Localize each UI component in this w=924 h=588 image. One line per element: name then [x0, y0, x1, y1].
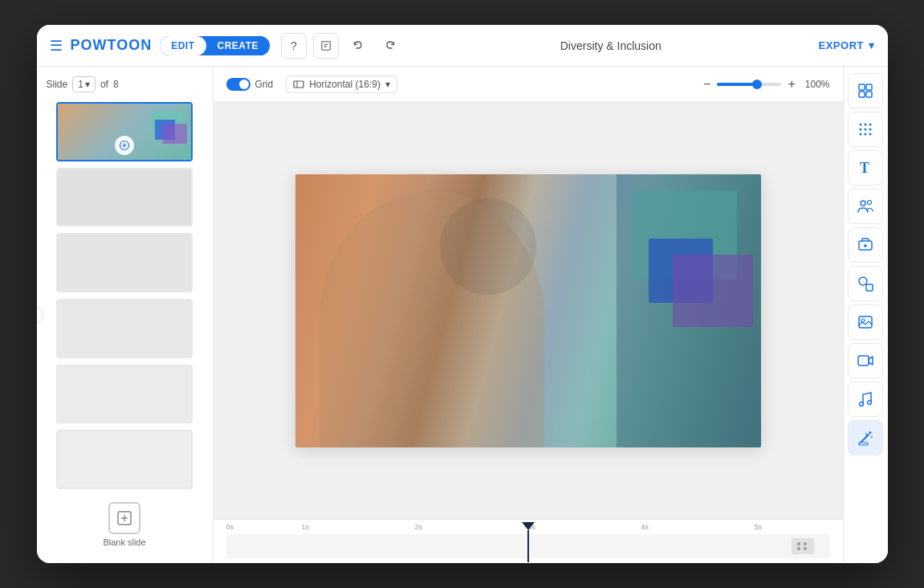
- layout-icon: [857, 82, 874, 100]
- svg-rect-12: [866, 84, 872, 90]
- grid-toggle-switch[interactable]: [226, 78, 250, 91]
- slide-thumbnail-3[interactable]: [56, 233, 193, 292]
- zoom-increase-button[interactable]: +: [788, 77, 795, 92]
- svg-rect-9: [294, 81, 303, 88]
- blank-slide-label: Blank slide: [103, 537, 145, 547]
- undo-button[interactable]: [345, 33, 371, 59]
- orientation-chevron-icon: ▾: [385, 79, 390, 90]
- timeline-track[interactable]: [226, 534, 830, 558]
- canvas-image: [295, 174, 761, 447]
- header-icons: ?: [281, 33, 403, 59]
- svg-point-17: [869, 124, 872, 126]
- slide-number-chevron: ▾: [85, 79, 90, 90]
- svg-point-16: [865, 124, 867, 126]
- svg-point-26: [868, 201, 872, 205]
- svg-rect-11: [859, 84, 865, 90]
- edit-button[interactable]: EDIT: [160, 36, 206, 55]
- playhead-arrow-icon: [522, 522, 535, 530]
- zoom-slider-fill: [717, 83, 755, 86]
- svg-point-15: [860, 124, 862, 126]
- svg-point-22: [865, 133, 867, 136]
- zoom-slider[interactable]: [717, 83, 781, 86]
- characters-icon: [857, 198, 874, 215]
- slide-total-label: of: [100, 79, 108, 90]
- header-left: ☰ POWTOON EDIT CREATE ?: [50, 33, 403, 59]
- text-tool-button[interactable]: T: [848, 150, 883, 186]
- svg-rect-31: [866, 284, 873, 291]
- music-icon: [857, 390, 874, 408]
- help-icon: ?: [291, 39, 297, 52]
- slide-thumbnail-4[interactable]: [56, 299, 193, 358]
- notes-icon: [320, 40, 332, 51]
- props-tool-button[interactable]: [848, 227, 883, 263]
- right-toolbar: T: [843, 67, 888, 563]
- svg-point-20: [869, 129, 872, 131]
- zoom-knob: [752, 80, 762, 89]
- grid-toggle: Grid: [226, 78, 274, 91]
- magic-icon: [857, 429, 874, 447]
- timeline-clip[interactable]: [792, 538, 814, 554]
- timeline-mark-2: 2s: [415, 523, 528, 531]
- canvas-wrapper: [214, 102, 843, 519]
- shapes-tool-button[interactable]: [848, 266, 883, 301]
- edit-create-toggle: EDIT CREATE: [160, 36, 270, 55]
- layout-tool-button[interactable]: [848, 73, 883, 108]
- magic-tool-button[interactable]: [848, 420, 883, 455]
- export-label: EXPORT: [819, 39, 864, 51]
- slide-thumbnail-6[interactable]: [56, 430, 193, 489]
- app-window: ☰ POWTOON EDIT CREATE ?: [37, 25, 888, 563]
- slide-thumbnail-2[interactable]: [56, 168, 193, 227]
- canvas-toolbar: Grid Horizontal (16:9) ▾ − +: [214, 67, 843, 102]
- redo-button[interactable]: [377, 33, 403, 59]
- add-blank-slide-button[interactable]: Blank slide: [96, 496, 152, 553]
- menu-icon[interactable]: ☰: [50, 37, 63, 55]
- video-tool-button[interactable]: [848, 343, 883, 378]
- characters-tool-button[interactable]: [848, 189, 883, 224]
- timeline-mark-4: 4s: [641, 523, 755, 531]
- notes-button[interactable]: [313, 33, 339, 59]
- pattern-icon: [857, 120, 874, 138]
- create-button[interactable]: CREATE: [206, 36, 270, 55]
- music-tool-button[interactable]: [848, 382, 883, 417]
- project-title: Diversity & Inclusion: [413, 39, 809, 52]
- timeline-clip-dots: [797, 542, 808, 550]
- add-media-icon[interactable]: [115, 136, 134, 155]
- svg-point-19: [865, 129, 867, 131]
- orientation-selector[interactable]: Horizontal (16:9) ▾: [286, 76, 397, 93]
- help-button[interactable]: ?: [281, 33, 307, 59]
- slide-panel: Slide 1 ▾ of 8: [37, 67, 214, 563]
- redo-icon: [384, 39, 397, 52]
- svg-point-23: [869, 133, 872, 136]
- canvas-area: Grid Horizontal (16:9) ▾ − +: [214, 67, 843, 563]
- logo-text: POWTOON: [71, 37, 153, 54]
- header: ☰ POWTOON EDIT CREATE ?: [37, 25, 888, 67]
- slide-counter: Slide 1 ▾ of 8: [43, 76, 119, 92]
- main-area: Slide 1 ▾ of 8: [37, 67, 888, 563]
- props-icon: [857, 236, 874, 254]
- slide-thumbnail-5[interactable]: [56, 365, 193, 424]
- svg-rect-37: [859, 443, 868, 445]
- slide-number-selector[interactable]: 1 ▾: [72, 76, 96, 92]
- timeline: 0s 1s 2s 3s 4s 5s: [214, 519, 843, 563]
- timeline-mark-3: 3s: [528, 523, 641, 531]
- zoom-decrease-button[interactable]: −: [703, 77, 710, 92]
- pattern-tool-button[interactable]: [848, 112, 883, 147]
- timeline-playhead: [522, 522, 535, 562]
- svg-rect-14: [866, 92, 872, 97]
- shapes-icon: [857, 275, 874, 292]
- slide-thumbnail-1[interactable]: [56, 102, 193, 161]
- logo: POWTOON: [71, 37, 153, 54]
- media-tool-button[interactable]: [848, 304, 883, 340]
- svg-point-21: [860, 133, 862, 136]
- slide-canvas[interactable]: [295, 174, 761, 447]
- export-button[interactable]: EXPORT ▾: [819, 39, 875, 51]
- svg-point-33: [861, 319, 865, 322]
- sidebar-wrapper: Slide 1 ▾ of 8: [37, 67, 214, 563]
- svg-text:T: T: [860, 160, 869, 176]
- playhead-line: [527, 530, 529, 562]
- text-icon: T: [857, 159, 874, 177]
- orientation-label: Horizontal (16:9): [309, 79, 381, 90]
- svg-rect-34: [858, 356, 869, 365]
- slide-number: 1: [78, 79, 83, 90]
- zoom-control: − + 100%: [703, 77, 829, 92]
